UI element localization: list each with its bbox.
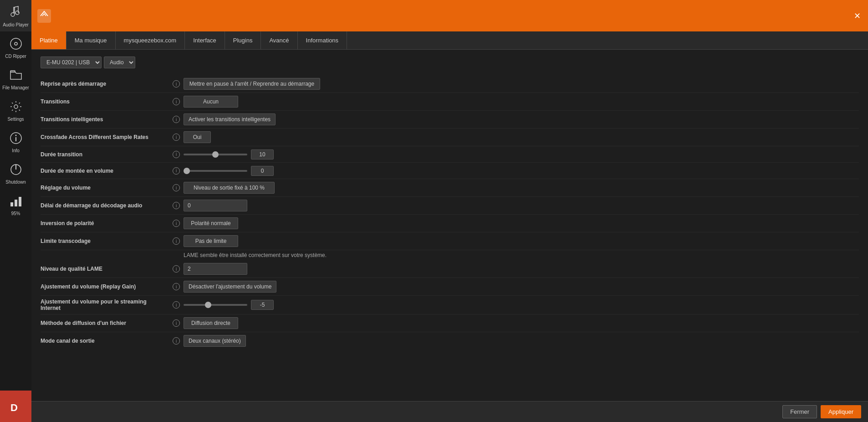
- info-duree-transition[interactable]: i: [173, 151, 180, 158]
- mode-select[interactable]: Audio: [104, 57, 135, 68]
- close-button[interactable]: Fermer: [782, 405, 817, 418]
- input-qualite-lame[interactable]: [184, 263, 247, 275]
- dropdown-mode-canal[interactable]: Deux canaux (stéréo): [184, 335, 246, 347]
- svg-point-6: [15, 135, 16, 136]
- row-inversion-polarite: Inversion de polarité i Polarité normale: [41, 215, 859, 232]
- row-ajustement-streaming: Ajustement du volume pour le streaming I…: [41, 296, 859, 314]
- dropdown-reprise[interactable]: Mettre en pause à l'arrêt / Reprendre au…: [184, 78, 320, 90]
- power-icon: [8, 161, 24, 178]
- footer: Fermer Appliquer: [31, 401, 868, 422]
- info-ajustement-streaming[interactable]: i: [173, 301, 180, 309]
- info-crossfade[interactable]: i: [173, 134, 180, 141]
- value-duree-transition[interactable]: [251, 149, 274, 160]
- sidebar-label-audio-player: Audio Player: [3, 22, 29, 27]
- info-inversion-polarite[interactable]: i: [173, 220, 180, 227]
- sidebar-label-cd-ripper: CD Ripper: [5, 54, 26, 59]
- control-limite-transcodage: Pas de limite: [184, 235, 859, 247]
- svg-text:D: D: [10, 402, 18, 413]
- row-duree-montee: Durée de montée en volume i: [41, 163, 859, 179]
- info-duree-montee[interactable]: i: [173, 167, 180, 175]
- control-ajustement-streaming: [184, 300, 859, 310]
- svg-rect-10: [15, 200, 17, 206]
- info-reglage-volume[interactable]: i: [173, 184, 180, 191]
- dropdown-inversion-polarite[interactable]: Polarité normale: [184, 217, 238, 229]
- svg-point-0: [10, 38, 21, 49]
- label-duree-montee: Durée de montée en volume: [41, 168, 173, 174]
- label-crossfade: Crossfade Across Different Sample Rates: [41, 134, 173, 140]
- sidebar-label-info: Info: [12, 148, 20, 153]
- tab-ma-musique[interactable]: Ma musique: [66, 31, 116, 49]
- control-transitions-intelligentes: Activer les transitions intelligentes: [184, 113, 859, 125]
- info-transitions-intelligentes[interactable]: i: [173, 116, 180, 123]
- label-reglage-volume: Réglage du volume: [41, 185, 173, 191]
- dirac-logo[interactable]: D: [0, 391, 31, 422]
- row-reglage-volume: Réglage du volume i Niveau de sortie fix…: [41, 179, 859, 197]
- content-area: E-MU 0202 | USB Audio Reprise après déma…: [31, 50, 868, 401]
- sidebar-item-audio-player[interactable]: Audio Player: [0, 0, 31, 31]
- tab-plugins[interactable]: Plugins: [225, 31, 261, 49]
- sidebar-item-chart[interactable]: 95%: [0, 189, 31, 220]
- sidebar-item-info[interactable]: Info: [0, 126, 31, 157]
- apply-button[interactable]: Appliquer: [821, 405, 861, 418]
- tab-platine[interactable]: Platine: [31, 31, 66, 49]
- row-ajustement-volume: Ajustement du volume (Replay Gain) i Dés…: [41, 278, 859, 296]
- sidebar-label-percent: 95%: [11, 211, 20, 216]
- row-limite-transcodage: Limite transcodage i Pas de limite: [41, 232, 859, 250]
- control-qualite-lame: [184, 263, 859, 275]
- control-methode-diffusion: Diffusion directe: [184, 317, 859, 329]
- tab-avance[interactable]: Avancé: [261, 31, 297, 49]
- row-transitions: Transitions i Aucun: [41, 93, 859, 111]
- device-select[interactable]: E-MU 0202 | USB: [41, 57, 102, 68]
- control-reprise: Mettre en pause à l'arrêt / Reprendre au…: [184, 78, 859, 90]
- sidebar-item-cd-ripper[interactable]: CD Ripper: [0, 31, 31, 63]
- sidebar-label-file-manager: File Manager: [2, 85, 29, 90]
- info-delai-decodage[interactable]: i: [173, 202, 180, 209]
- label-transitions: Transitions: [41, 98, 173, 105]
- sidebar-label-settings: Settings: [7, 117, 24, 122]
- svg-rect-11: [19, 197, 21, 206]
- dropdown-crossfade[interactable]: Oui: [184, 131, 211, 143]
- sidebar-item-shutdown[interactable]: Shutdown: [0, 157, 31, 189]
- input-delai-decodage[interactable]: [184, 200, 247, 211]
- music-icon: [8, 4, 24, 21]
- sidebar-item-settings[interactable]: Settings: [0, 94, 31, 126]
- svg-rect-2: [10, 71, 15, 72]
- row-methode-diffusion: Méthode de diffusion d'un fichier i Diff…: [41, 314, 859, 332]
- dropdown-transitions[interactable]: Aucun: [184, 96, 238, 108]
- lame-note: LAME semble être installé correctement s…: [41, 250, 859, 260]
- info-ajustement-volume[interactable]: i: [173, 283, 180, 290]
- dropdown-methode-diffusion[interactable]: Diffusion directe: [184, 317, 238, 329]
- slider-duree-montee[interactable]: [184, 170, 247, 172]
- slider-ajustement-streaming[interactable]: [184, 304, 247, 306]
- label-reprise: Reprise après démarrage: [41, 81, 173, 87]
- tab-informations[interactable]: Informations: [298, 31, 347, 49]
- info-transitions[interactable]: i: [173, 98, 180, 105]
- slider-duree-transition[interactable]: [184, 154, 247, 155]
- tab-mysqueezebox[interactable]: mysqueezebox.com: [116, 31, 185, 49]
- dropdown-reglage-volume[interactable]: Niveau de sortie fixé à 100 %: [184, 182, 275, 194]
- value-ajustement-streaming[interactable]: [251, 300, 274, 310]
- tab-interface[interactable]: Interface: [185, 31, 225, 49]
- info-icon: [8, 130, 24, 146]
- label-limite-transcodage: Limite transcodage: [41, 238, 173, 244]
- dropdown-transitions-intelligentes[interactable]: Activer les transitions intelligentes: [184, 113, 276, 125]
- control-reglage-volume: Niveau de sortie fixé à 100 %: [184, 182, 859, 194]
- cd-icon: [8, 36, 24, 52]
- svg-point-3: [14, 105, 18, 108]
- label-duree-transition: Durée transition: [41, 151, 173, 158]
- info-limite-transcodage[interactable]: i: [173, 237, 180, 245]
- close-button[interactable]: ✕: [851, 10, 863, 22]
- info-reprise[interactable]: i: [173, 80, 180, 87]
- row-mode-canal: Mode canal de sortie i Deux canaux (stér…: [41, 332, 859, 350]
- sub-header: E-MU 0202 | USB Audio: [41, 57, 859, 68]
- dropdown-limite-transcodage[interactable]: Pas de limite: [184, 235, 238, 247]
- label-inversion-polarite: Inversion de polarité: [41, 220, 173, 226]
- label-methode-diffusion: Méthode de diffusion d'un fichier: [41, 320, 173, 326]
- dropdown-ajustement-volume[interactable]: Désactiver l'ajustement du volume: [184, 281, 276, 293]
- info-methode-diffusion[interactable]: i: [173, 319, 180, 327]
- value-duree-montee[interactable]: [251, 166, 274, 176]
- info-qualite-lame[interactable]: i: [173, 265, 180, 273]
- sidebar-item-file-manager[interactable]: File Manager: [0, 63, 31, 94]
- info-mode-canal[interactable]: i: [173, 337, 180, 345]
- svg-point-1: [15, 42, 17, 45]
